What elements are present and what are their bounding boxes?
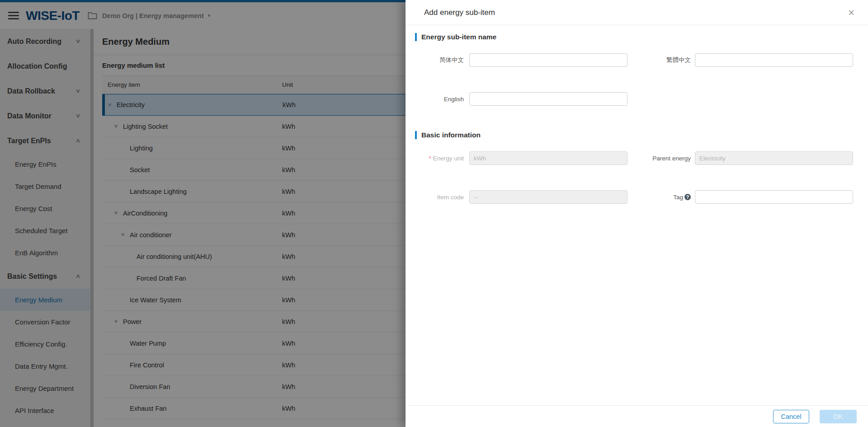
drawer-header: Add energy sub-item ×	[406, 0, 868, 25]
add-energy-sub-item-drawer: Add energy sub-item × Energy sub-item na…	[406, 0, 868, 427]
input-simplified-chinese[interactable]	[469, 53, 627, 67]
input-energy-unit	[469, 151, 627, 165]
ok-button[interactable]: OK	[820, 410, 857, 423]
field-label-energy-unit: *Energy unit	[419, 155, 464, 162]
section-title-energy-sub-item-name: Energy sub-item name	[415, 33, 868, 41]
input-traditional-chinese[interactable]	[695, 53, 853, 67]
drawer-title: Add energy sub-item	[424, 8, 495, 17]
field-parent-energy: Parent energy	[627, 151, 853, 165]
input-parent-energy	[695, 151, 853, 165]
field-label-english: English	[419, 96, 464, 103]
section-title-text: Basic information	[421, 131, 481, 139]
close-icon[interactable]: ×	[848, 7, 854, 18]
modal-overlay[interactable]	[0, 0, 406, 427]
field-label-parent-energy: Parent energy	[627, 155, 691, 162]
field-label-simplified-chinese: 简体中文	[419, 56, 464, 64]
field-label-item-code: Item code	[419, 194, 464, 201]
field-english: English	[406, 92, 627, 106]
field-label-tag: Tag?	[627, 194, 691, 201]
section-accent-bar	[415, 33, 417, 41]
field-tag: Tag?	[627, 190, 853, 204]
drawer-footer: Cancel OK	[406, 405, 868, 427]
field-traditional-chinese: 繁體中文	[627, 53, 853, 67]
input-english[interactable]	[469, 92, 627, 106]
section-title-basic-information: Basic information	[415, 131, 868, 139]
form-row: Item codeTag?	[406, 190, 868, 204]
section-accent-bar	[415, 131, 417, 139]
field-simplified-chinese: 简体中文	[406, 53, 627, 67]
drawer-body: Energy sub-item name简体中文繁體中文EnglishBasic…	[406, 25, 868, 405]
field-label-traditional-chinese: 繁體中文	[627, 56, 691, 64]
input-tag[interactable]	[695, 190, 853, 204]
field-energy-unit: *Energy unit	[406, 151, 627, 165]
form-row: English	[406, 92, 868, 106]
cancel-button[interactable]: Cancel	[773, 410, 809, 423]
help-icon[interactable]: ?	[684, 194, 691, 200]
form-row: *Energy unitParent energy	[406, 151, 868, 165]
form-row: 简体中文繁體中文	[406, 53, 868, 67]
field-item-code: Item code	[406, 190, 627, 204]
required-asterisk: *	[429, 155, 431, 162]
section-title-text: Energy sub-item name	[421, 33, 496, 41]
input-item-code	[469, 190, 627, 204]
